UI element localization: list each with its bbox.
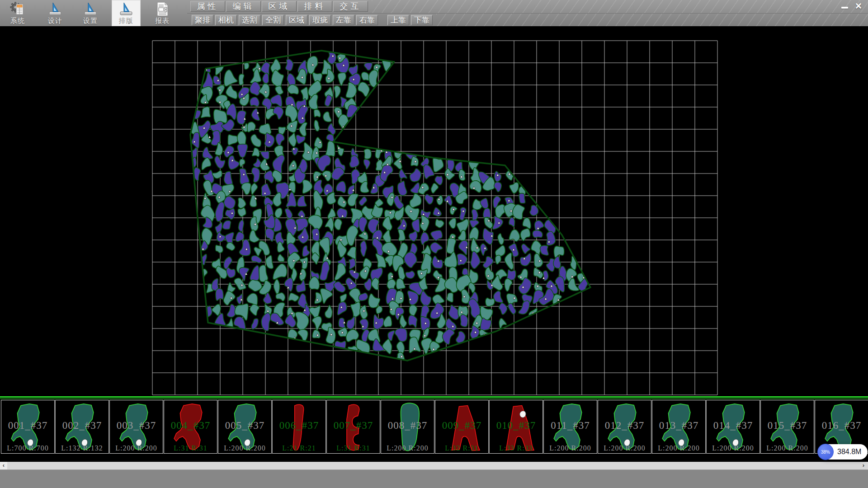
piece-id-label: 001_#37 xyxy=(1,420,54,432)
piece-lr-label: L:32 R:31 xyxy=(435,444,488,452)
tool-button-右靠[interactable]: 右靠 xyxy=(356,15,378,25)
design-ruler-icon xyxy=(47,1,63,17)
memory-value: 384.8M xyxy=(837,448,861,456)
piece-id-label: 006_#37 xyxy=(273,420,326,432)
strip-border-line xyxy=(0,396,868,398)
piece-thumbnail-008_#37[interactable]: 008_#37 L:200 R:200 xyxy=(381,400,434,454)
scroll-left-arrow[interactable]: ‹ xyxy=(0,462,7,469)
piece-lr-label: L:200 R:200 xyxy=(707,444,760,452)
piece-lr-label: L:31 R:31 xyxy=(327,444,380,452)
toolbar-divider xyxy=(187,13,868,14)
piece-thumbnail-006_#37[interactable]: 006_#37 L:21 R:21 xyxy=(272,400,326,454)
piece-id-label: 013_#37 xyxy=(652,420,705,432)
piece-lr-label: L:31 R:31 xyxy=(164,444,217,452)
tool-button-左靠[interactable]: 左靠 xyxy=(333,15,354,25)
tool-button-聚排[interactable]: 聚排 xyxy=(192,15,213,25)
piece-thumbnail-strip: 001_#37 L:700 R:700 002_#37 L:132 R:132 … xyxy=(0,396,868,462)
tool-button-全割[interactable]: 全割 xyxy=(262,15,284,25)
piece-thumbnail-013_#37[interactable]: 013_#37 L:200 R:200 xyxy=(652,400,706,454)
titlebar-texture xyxy=(372,0,868,13)
piece-id-label: 011_#37 xyxy=(544,420,597,432)
menu-item-区域[interactable]: 区域 xyxy=(262,1,297,12)
menu-item-交互[interactable]: 交互 xyxy=(333,1,368,12)
nav-button-label: 报表 xyxy=(148,17,177,25)
piece-id-label: 015_#37 xyxy=(761,420,814,432)
piece-thumbnail-015_#37[interactable]: 015_#37 L:200 R:200 xyxy=(760,400,814,454)
piece-lr-label: L:200 R:200 xyxy=(761,444,814,452)
piece-lr-label: L:200 R:200 xyxy=(544,444,597,452)
piece-thumbnail-002_#37[interactable]: 002_#37 L:132 R:132 xyxy=(55,400,109,454)
minimize-button[interactable] xyxy=(839,1,850,10)
menu-item-编辑[interactable]: 编辑 xyxy=(226,1,261,12)
tool-button-相机[interactable]: 相机 xyxy=(215,15,237,25)
memory-usage-badge: 38% 384.8M xyxy=(818,444,868,460)
nav-button-设置[interactable]: 设置 xyxy=(76,0,105,26)
nav-button-label: 排版 xyxy=(112,17,141,25)
scroll-right-arrow[interactable]: › xyxy=(860,462,867,469)
piece-thumbnail-010_#37[interactable]: 010_#37 L:33 R:33 xyxy=(489,400,543,454)
piece-id-label: 014_#37 xyxy=(707,420,760,432)
tool-button-下靠[interactable]: 下靠 xyxy=(411,15,433,25)
piece-thumbnail-005_#37[interactable]: 005_#37 L:200 R:200 xyxy=(218,400,272,454)
nested-pieces xyxy=(187,51,588,366)
tool-button-选割[interactable]: 选割 xyxy=(239,15,260,25)
piece-thumbnail-004_#37[interactable]: 004_#37 L:31 R:31 xyxy=(164,400,217,454)
progress-circle: 38% xyxy=(817,444,834,460)
piece-thumbnail-011_#37[interactable]: 011_#37 L:200 R:200 xyxy=(543,400,597,454)
piece-thumbnail-003_#37[interactable]: 003_#37 L:200 R:200 xyxy=(109,400,163,454)
menu-item-排料[interactable]: 排料 xyxy=(297,1,332,12)
piece-id-label: 008_#37 xyxy=(381,420,434,432)
piece-id-label: 003_#37 xyxy=(110,420,163,432)
close-button[interactable]: ✕ xyxy=(853,1,864,10)
piece-id-label: 009_#37 xyxy=(435,420,488,432)
piece-thumbnail-001_#37[interactable]: 001_#37 L:700 R:700 xyxy=(1,400,55,454)
piece-thumbnail-007_#37[interactable]: 007_#37 L:31 R:31 xyxy=(326,400,380,454)
piece-lr-label: L:200 R:200 xyxy=(381,444,434,452)
menu-item-属性[interactable]: 属性 xyxy=(190,1,225,12)
piece-id-label: 012_#37 xyxy=(598,420,651,432)
report-doc-icon xyxy=(155,1,170,17)
nav-button-系统[interactable]: 系统 xyxy=(3,0,32,26)
piece-lr-label: L:21 R:21 xyxy=(273,444,326,452)
tool-button-瑕疵[interactable]: 瑕疵 xyxy=(309,15,331,25)
status-bar xyxy=(0,469,868,488)
horizontal-scrollbar[interactable]: ‹ › xyxy=(0,462,868,469)
piece-id-label: 016_#37 xyxy=(815,420,868,432)
progress-percent: 38% xyxy=(821,450,830,455)
system-gear-icon xyxy=(10,1,25,17)
minimize-icon xyxy=(841,7,848,9)
nav-button-label: 系统 xyxy=(3,17,32,25)
piece-id-label: 005_#37 xyxy=(218,420,271,432)
toolbar: 系统 设计 设置 排版 报表 属性编辑区域排料交互 聚排相机选割全割区域瑕疵左靠… xyxy=(0,0,868,27)
piece-id-label: 007_#37 xyxy=(327,420,380,432)
nav-button-报表[interactable]: 报表 xyxy=(148,0,177,26)
piece-id-label: 004_#37 xyxy=(164,420,217,432)
piece-id-label: 010_#37 xyxy=(490,420,542,432)
piece-lr-label: L:200 R:200 xyxy=(110,444,163,452)
piece-lr-label: L:33 R:33 xyxy=(490,444,542,452)
piece-thumbnail-012_#37[interactable]: 012_#37 L:200 R:200 xyxy=(598,400,651,454)
piece-lr-label: L:200 R:200 xyxy=(652,444,705,452)
piece-lr-label: L:200 R:200 xyxy=(218,444,271,452)
close-icon: ✕ xyxy=(855,1,862,11)
nav-button-label: 设计 xyxy=(41,17,70,25)
piece-thumbnail-009_#37[interactable]: 009_#37 L:32 R:31 xyxy=(435,400,489,454)
toolbar-texture xyxy=(436,14,868,26)
piece-id-label: 002_#37 xyxy=(56,420,108,432)
piece-lr-label: L:200 R:200 xyxy=(598,444,651,452)
piece-thumbnail-014_#37[interactable]: 014_#37 L:200 R:200 xyxy=(706,400,760,454)
tool-button-上靠[interactable]: 上靠 xyxy=(387,15,409,25)
settings-ruler-icon xyxy=(83,1,98,17)
nav-button-设计[interactable]: 设计 xyxy=(41,0,70,26)
layout-ruler-icon xyxy=(118,1,134,17)
piece-lr-label: L:700 R:700 xyxy=(1,444,54,452)
nav-button-排版[interactable]: 排版 xyxy=(112,0,141,26)
nav-button-label: 设置 xyxy=(76,17,105,25)
strip-border-line2 xyxy=(0,399,868,399)
piece-lr-label: L:132 R:132 xyxy=(56,444,108,452)
tool-button-区域[interactable]: 区域 xyxy=(286,15,307,25)
